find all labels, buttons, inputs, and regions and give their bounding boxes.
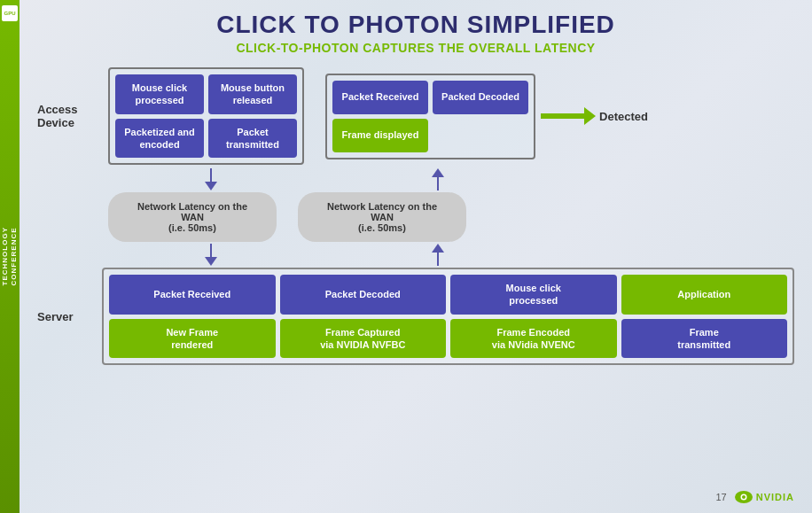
subtitle: CLICK-TO-PHOTON CAPTURES THE OVERALL LAT… [37,41,794,55]
right-arrow-up2-container [335,244,541,266]
access-device-label: Access Device [37,103,108,129]
frame-displayed-cell: Frame displayed [332,119,428,152]
srv-packet-decoded-cell: Packet Decoded [280,275,447,315]
srv-mouse-click-cell: Mouse clickprocessed [450,275,616,315]
detected-section: Detected [541,110,648,123]
right-arrow-up-container [335,168,541,190]
footer: 17 NVIDIA [715,490,794,504]
wan-left-line2: (i.e. 50ms) [168,222,216,233]
sidebar: GPU TECHNOLOGYCONFERENCE [0,0,20,513]
server-group: Packet Received Packet Decoded Mouse cli… [102,268,794,365]
nvidia-eye-icon [734,490,753,504]
nvidia-logo: NVIDIA [734,490,794,504]
wan-left-line1: Network Latency on the WAN [137,201,247,222]
right-arrow-up [432,168,444,190]
detected-line [541,113,585,119]
packet-transmitted-cell: Packettransmitted [208,119,297,159]
left-arrow-down2-container [108,244,314,266]
srv-packet-received-cell: Packet Received [109,275,275,315]
right-v-line [437,177,439,190]
page-number: 17 [715,492,726,502]
gpu-logo: GPU [2,5,18,21]
main-title: CLICK TO PHOTON SIMPLIFIED [37,11,794,39]
left-arrowhead-down2 [205,257,217,266]
bottom-arrows [108,244,794,266]
access-right-group: Packet Received Packed Decoded Frame dis… [325,74,535,159]
wan-right-line2: (i.e. 50ms) [358,222,406,233]
access-left-group: Mouse clickprocessed Mouse buttonrelease… [108,67,304,165]
packed-decoded-cell: Packed Decoded [433,81,528,114]
detected-label: Detected [599,110,648,123]
diagram: Access Device Mouse clickprocessed Mouse… [37,67,794,365]
mouse-click-processed-cell: Mouse clickprocessed [115,74,204,114]
right-v-line2 [437,253,439,266]
left-arrow-down-container [108,168,314,190]
left-arrow-down [205,168,217,190]
packet-received-cell: Packet Received [332,81,428,114]
srv-application-cell: Application [621,275,788,315]
right-arrow-up2 [432,244,444,266]
main-content: CLICK TO PHOTON SIMPLIFIED CLICK-TO-PHOT… [20,0,812,513]
srv-new-frame-cell: New Framerendered [109,319,275,359]
srv-frame-tx-cell: Frametransmitted [621,319,788,359]
top-arrows [108,168,794,190]
svg-point-2 [742,495,746,499]
detected-arrowhead [584,107,596,125]
right-arrowhead-up2 [432,244,444,253]
nvidia-text: NVIDIA [756,492,794,502]
packetized-encoded-cell: Packetized andencoded [115,119,204,159]
left-arrowhead-down [205,182,217,190]
left-v-line [210,168,212,182]
right-arrowhead-up [432,168,444,177]
server-row: Server Packet Received Packet Decoded Mo… [37,268,794,365]
srv-frame-encoded-cell: Frame Encodedvia NVidia NVENC [450,319,616,359]
server-label: Server [37,310,102,323]
conference-label: TECHNOLOGYCONFERENCE [1,227,18,285]
left-v-line2 [210,244,212,257]
wan-right-line1: Network Latency on the WAN [327,201,437,222]
left-arrow-down2 [205,244,217,266]
mouse-button-released-cell: Mouse buttonreleased [208,74,297,114]
srv-frame-captured-cell: Frame Capturedvia NVIDIA NVFBC [280,319,447,359]
wan-row: Network Latency on the WAN (i.e. 50ms) N… [108,192,794,242]
wan-right-box: Network Latency on the WAN (i.e. 50ms) [298,192,466,242]
wan-left-box: Network Latency on the WAN (i.e. 50ms) [108,192,277,242]
